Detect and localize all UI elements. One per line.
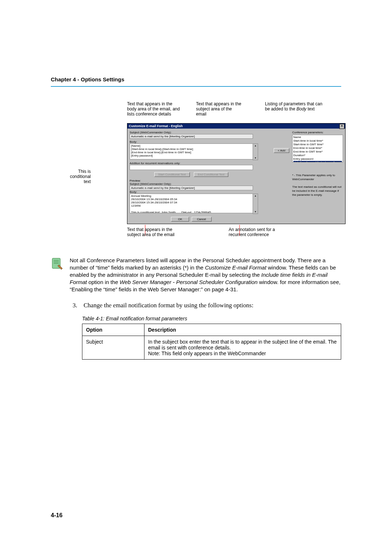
subject-label: Subject (WebCommander Only):	[130, 131, 253, 134]
preview-scrollbar[interactable]: ▴ ▾	[253, 194, 258, 214]
body-label: Body:	[130, 140, 253, 143]
scroll-up-icon[interactable]: ▴	[253, 144, 258, 147]
annotation-subject-text: Text that appears in the subject area of…	[196, 101, 243, 117]
list-item[interactable]: Entry password	[293, 157, 342, 161]
close-icon[interactable]: X	[339, 124, 344, 129]
preview-subject-field: Automatic e-mail send by the [Meeting Or…	[130, 186, 253, 190]
parameters-listbox[interactable]: Name Start-time in local time* Start-tim…	[292, 135, 343, 162]
addition-field[interactable]	[130, 165, 253, 170]
list-item[interactable]: Name	[293, 135, 342, 139]
list-item[interactable]: Duration*	[293, 154, 342, 157]
note-text-em1: Customize E-mail Format	[205, 264, 266, 271]
list-item[interactable]: End-time in local time*	[293, 146, 342, 150]
annotation-params-text: Listing of parameters that can be added …	[265, 101, 327, 112]
step-text: Change the email notification format by …	[83, 302, 253, 309]
note-text-c: option in the	[87, 279, 120, 285]
th-option: Option	[82, 324, 144, 336]
note-paragraph: Not all Conference Parameters listed wil…	[70, 257, 341, 293]
table-caption: Table 4-1: Email notification format par…	[82, 316, 341, 321]
subject-field[interactable]: Automatic e-mail send by the [Meeting Or…	[130, 134, 253, 139]
dialog-title-text: Customize E-mail Format - English	[129, 124, 183, 128]
td-description: In the subject box enter the text that i…	[144, 336, 341, 360]
preview-label: Preview:	[130, 179, 253, 182]
annotation-params-text-body: Body	[297, 106, 306, 112]
list-item[interactable]: End-time in GMT time*	[293, 150, 342, 154]
end-conditional-button[interactable]: End Conditional Text	[194, 172, 228, 177]
th-description: Description	[144, 324, 341, 336]
scroll-down-icon[interactable]: ▾	[253, 156, 258, 160]
heading-divider	[51, 86, 341, 87]
scroll-up-icon[interactable]: ▴	[253, 194, 258, 198]
step-3: 3. Change the email notification format …	[73, 302, 341, 309]
annotation-body-text: Text that appears in the body area of th…	[127, 101, 181, 117]
dialog-title-bar: Customize E-mail Format - English X	[127, 123, 345, 129]
body-scrollbar[interactable]: ▴ ▾	[253, 143, 258, 160]
table-header-row: Option Description	[82, 324, 341, 336]
page-number: 4-16	[51, 512, 62, 519]
list-item[interactable]: Start-time in GMT time*	[293, 143, 342, 146]
chapter-heading: Chapter 4 - Options Settings	[51, 76, 341, 82]
start-conditional-button[interactable]: Start Conditional Text	[154, 172, 190, 177]
list-item-selected[interactable]: List of parties and their phones/Ips	[293, 161, 342, 162]
preview-body-label: Body:	[130, 190, 253, 194]
add-parameter-button[interactable]: < Add	[274, 148, 289, 153]
note-text-em3: Web Server Manager - Personal Scheduler …	[120, 279, 258, 285]
customize-email-dialog: Customize E-mail Format - English X Subj…	[127, 123, 346, 224]
param-note-asterisk: * - This Parameter applies only to WebCo…	[292, 173, 343, 181]
annotation-bottom-recurrent: An annotation sent for a recurrent confe…	[229, 227, 290, 237]
annotation-bottom-subject: Text that appears in the subject area of…	[127, 227, 178, 237]
body-textarea[interactable]	[130, 143, 253, 159]
note-icon	[51, 257, 64, 270]
ok-button[interactable]: OK	[171, 217, 189, 222]
scroll-down-icon[interactable]: ▾	[253, 210, 258, 214]
step-number: 3.	[73, 302, 82, 309]
preview-body-textarea	[130, 194, 253, 213]
cancel-button[interactable]: Cancel	[192, 217, 212, 222]
preview-subject-label: Subject (WebCommander Only):	[130, 182, 253, 186]
table-row: Subject In the subject box enter the tex…	[82, 336, 341, 360]
addition-label: Addition for recurrent reservations only…	[130, 162, 253, 165]
annotation-conditional-text: This is conditional text	[65, 169, 91, 184]
top-annotation-row: Text that appears in the body area of th…	[127, 101, 341, 123]
parameters-heading: Conference parameters:	[292, 131, 343, 134]
td-option: Subject	[82, 336, 144, 360]
param-note-conditional: The text marked as conditional will not …	[292, 185, 343, 197]
annotation-params-text-c: text	[306, 106, 315, 112]
list-item[interactable]: Start-time in local time*	[293, 139, 342, 143]
options-table: Option Description Subject In the subjec…	[82, 324, 341, 360]
